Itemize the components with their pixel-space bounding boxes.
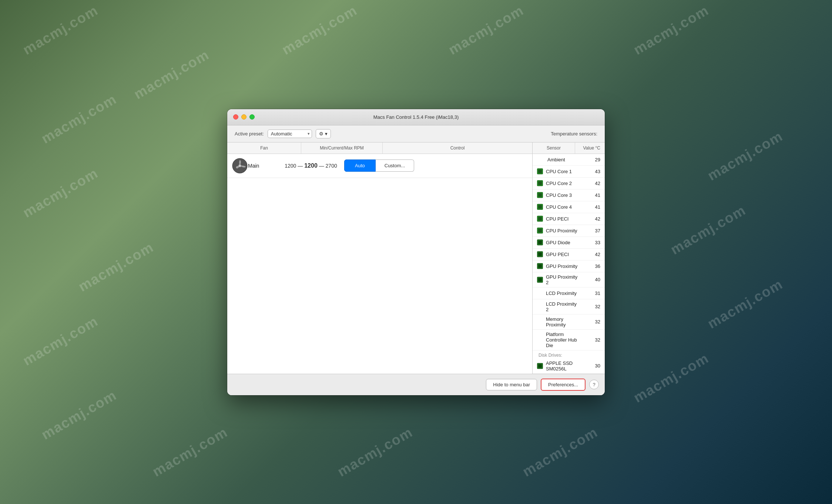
sensor-name-lcd-proximity: LCD Proximity xyxy=(546,290,578,296)
fan-row-main: Main 1200 — 1200 — 2700 Auto Custom... xyxy=(227,154,532,178)
sensor-row-gpu-proximity: GPU Proximity 36 xyxy=(533,261,605,272)
sensor-name-lcd-proximity-2: LCD Proximity 2 xyxy=(546,301,578,312)
sensor-name-apple-ssd: APPLE SSD SM0256L xyxy=(546,360,578,372)
sensor-name-cpu-peci: CPU PECI xyxy=(546,216,578,222)
value-col-header: Value °C xyxy=(575,142,605,154)
fan-icon xyxy=(232,158,248,174)
sensor-row-cpu-core-2: CPU Core 2 42 xyxy=(533,178,605,189)
gear-button[interactable]: ⚙ ▾ xyxy=(316,129,331,138)
sensor-row-gpu-proximity-2: GPU Proximity 2 40 xyxy=(533,272,605,288)
cpu-chip-icon xyxy=(537,168,543,174)
sensor-name-memory-proximity: Memory Proximity xyxy=(546,316,578,327)
cpu-chip-icon-2 xyxy=(537,180,543,186)
cpu-chip-icon-peci xyxy=(537,216,543,222)
sensor-value-cpu-peci: 42 xyxy=(578,216,600,222)
sensor-row-lcd-proximity: LCD Proximity 31 xyxy=(533,288,605,299)
sensor-name-cpu-core-1: CPU Core 1 xyxy=(546,169,578,174)
sensor-row-pch-die: Platform Controller Hub Die 32 xyxy=(533,330,605,350)
gpu-chip-icon-prox xyxy=(537,263,543,269)
fan-rpm: 1200 — 1200 — 2700 xyxy=(278,162,344,169)
sensor-value-cpu-proximity: 37 xyxy=(578,228,600,233)
cpu-chip-icon-3 xyxy=(537,192,543,198)
preferences-button[interactable]: Preferences... xyxy=(541,379,586,391)
sensors-header: Sensor Value °C xyxy=(533,142,605,154)
sensor-row-cpu-core-3: CPU Core 3 41 xyxy=(533,189,605,201)
window-title: Macs Fan Control 1.5.4 Free (iMac18,3) xyxy=(373,114,459,120)
preset-select-wrap[interactable]: Automatic Custom xyxy=(268,130,312,138)
sensor-name-gpu-peci: GPU PECI xyxy=(546,252,578,257)
sensor-value-lcd-proximity: 31 xyxy=(578,290,600,296)
sensor-name-cpu-core-4: CPU Core 4 xyxy=(546,204,578,210)
sensors-panel: Sensor Value °C Ambient 29 CPU Core 1 43… xyxy=(533,142,605,374)
sensor-value-cpu-core-3: 41 xyxy=(578,192,600,198)
sensor-row-cpu-proximity: CPU Proximity 37 xyxy=(533,225,605,237)
sensor-value-gpu-proximity-2: 40 xyxy=(578,277,600,282)
sensor-row-ambient: Ambient 29 xyxy=(533,154,605,166)
sensor-name-cpu-core-2: CPU Core 2 xyxy=(546,181,578,186)
sensor-value-gpu-proximity: 36 xyxy=(578,263,600,269)
cpu-chip-icon-4 xyxy=(537,204,543,210)
close-button[interactable] xyxy=(233,114,238,120)
fan-custom-button[interactable]: Custom... xyxy=(376,159,415,172)
preset-select[interactable]: Automatic Custom xyxy=(268,130,312,138)
sensor-value-cpu-core-2: 42 xyxy=(578,181,600,186)
cpu-chip-icon-prox xyxy=(537,228,543,233)
sensor-row-gpu-peci: GPU PECI 42 xyxy=(533,249,605,261)
fan-col-header: Fan xyxy=(227,142,301,154)
sensor-value-cpu-core-1: 43 xyxy=(578,169,600,174)
titlebar: Macs Fan Control 1.5.4 Free (iMac18,3) xyxy=(227,109,605,125)
sensor-name-pch-die: Platform Controller Hub Die xyxy=(546,332,578,348)
bottom-bar: Hide to menu bar Preferences... ? xyxy=(227,374,605,395)
temp-sensors-label: Temperature sensors: xyxy=(551,131,597,137)
sensor-row-cpu-core-4: CPU Core 4 41 xyxy=(533,201,605,213)
sensor-name-cpu-proximity: CPU Proximity xyxy=(546,228,578,233)
fans-panel: Fan Min/Current/Max RPM Control Main 120 xyxy=(227,142,533,374)
sensor-value-ambient: 29 xyxy=(578,157,600,162)
gpu-chip-icon-prox2 xyxy=(537,277,543,283)
sensor-value-memory-proximity: 32 xyxy=(578,319,600,325)
sensor-value-gpu-diode: 33 xyxy=(578,240,600,245)
sensor-value-cpu-core-4: 41 xyxy=(578,204,600,210)
sensor-name-gpu-proximity-2: GPU Proximity 2 xyxy=(546,274,578,285)
sensor-name-gpu-diode: GPU Diode xyxy=(546,240,578,245)
fans-header: Fan Min/Current/Max RPM Control xyxy=(227,142,532,154)
sensor-row-apple-ssd: APPLE SSD SM0256L 30 xyxy=(533,359,605,374)
active-preset-label: Active preset: xyxy=(235,131,264,137)
sensor-value-apple-ssd: 30 xyxy=(578,363,600,369)
sensor-name-ambient: Ambient xyxy=(547,157,578,162)
svg-point-2 xyxy=(239,165,241,167)
sensor-value-gpu-peci: 42 xyxy=(578,252,600,257)
sensor-col-header: Sensor xyxy=(533,142,575,154)
help-button[interactable]: ? xyxy=(589,380,599,389)
maximize-button[interactable] xyxy=(249,114,255,120)
sensor-row-lcd-proximity-2: LCD Proximity 2 32 xyxy=(533,299,605,315)
sensor-name-cpu-core-3: CPU Core 3 xyxy=(546,192,578,198)
fan-name: Main xyxy=(248,163,278,169)
fan-control: Auto Custom... xyxy=(344,159,528,172)
fan-auto-button[interactable]: Auto xyxy=(344,159,376,172)
minimize-button[interactable] xyxy=(241,114,246,120)
gpu-chip-icon-diode xyxy=(537,239,543,245)
main-window: Macs Fan Control 1.5.4 Free (iMac18,3) A… xyxy=(227,109,605,395)
gear-dropdown-arrow: ▾ xyxy=(325,131,328,137)
ssd-icon xyxy=(537,363,543,369)
window-controls xyxy=(233,114,255,120)
gear-icon: ⚙ xyxy=(319,131,323,137)
sensor-value-pch-die: 32 xyxy=(578,337,600,343)
main-content: Fan Min/Current/Max RPM Control Main 120 xyxy=(227,142,605,374)
toolbar: Active preset: Automatic Custom ⚙ ▾ Temp… xyxy=(227,125,605,142)
sensor-name-gpu-proximity: GPU Proximity xyxy=(546,263,578,269)
sensor-row-cpu-core-1: CPU Core 1 43 xyxy=(533,166,605,178)
disk-drives-section-label: Disk Drives: xyxy=(533,350,605,359)
sensor-value-lcd-proximity-2: 32 xyxy=(578,304,600,309)
sensor-row-memory-proximity: Memory Proximity 32 xyxy=(533,315,605,330)
sensor-row-gpu-diode: GPU Diode 33 xyxy=(533,237,605,249)
gpu-chip-icon-peci xyxy=(537,251,543,257)
rpm-col-header: Min/Current/Max RPM xyxy=(301,142,383,154)
sensor-row-cpu-peci: CPU PECI 42 xyxy=(533,213,605,225)
control-col-header: Control xyxy=(383,142,532,154)
hide-to-menu-bar-button[interactable]: Hide to menu bar xyxy=(486,379,537,390)
